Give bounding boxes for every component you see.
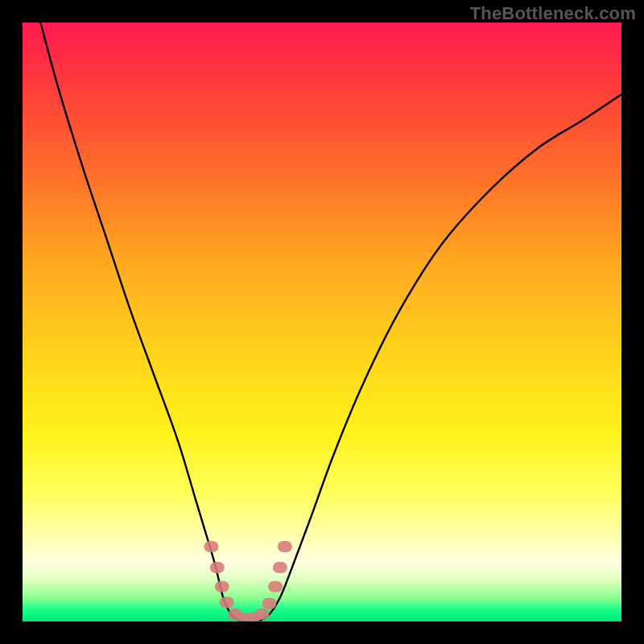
highlight-dot [215,581,229,592]
highlight-dots [204,541,292,621]
plot-area [23,23,621,621]
highlight-dot [273,562,287,573]
bottleneck-curve [23,23,621,621]
highlight-dot [210,562,225,573]
highlight-dot [278,541,292,552]
highlight-dot [262,598,277,609]
highlight-dot [268,581,283,592]
highlight-dot [204,541,218,552]
watermark-text: TheBottleneck.com [470,3,636,24]
outer-frame: TheBottleneck.com [0,0,644,644]
highlight-dot [255,609,270,620]
highlight-dot [220,597,234,608]
curve-line [40,23,621,621]
